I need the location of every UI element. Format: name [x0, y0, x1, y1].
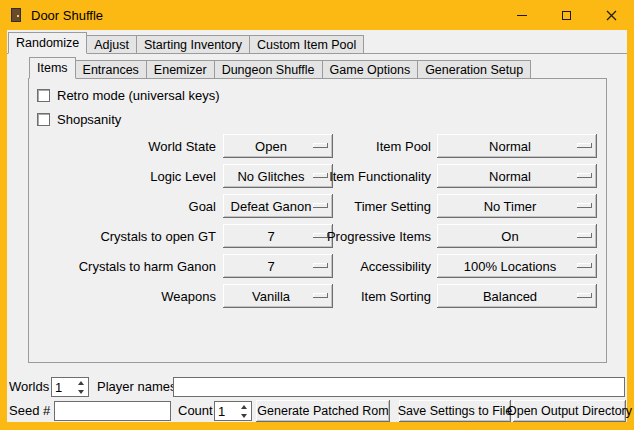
tab-items[interactable]: Items: [29, 57, 76, 79]
worlds-spin-up-button[interactable]: [75, 378, 87, 387]
maximize-icon: [562, 11, 571, 20]
worlds-input[interactable]: [52, 378, 75, 396]
randomize-tab-bar: Items Entrances Enemizer Dungeon Shuffle…: [29, 57, 530, 79]
tab-enemizer[interactable]: Enemizer: [146, 60, 215, 79]
client-area: Randomize Adjust Starting Inventory Cust…: [7, 30, 627, 422]
accessibility-row: Accessibility 100% Locations: [299, 254, 597, 278]
dropdown-value: Balanced: [483, 289, 537, 304]
app-icon: [8, 7, 24, 23]
dropdown-indicator-icon: [577, 233, 592, 238]
logic-level-label: Logic Level: [37, 169, 216, 184]
save-settings-button[interactable]: Save Settings to File: [399, 400, 511, 422]
dropdown-value: Vanilla: [252, 289, 290, 304]
shopsanity-row: Shopsanity: [37, 111, 121, 127]
crystals-gt-label: Crystals to open GT: [37, 229, 216, 244]
count-label: Count: [178, 401, 213, 421]
dropdown-value: No Timer: [484, 199, 537, 214]
seed-label: Seed #: [9, 401, 50, 421]
item-pool-label: Item Pool: [299, 139, 431, 154]
dropdown-value: Open: [255, 139, 287, 154]
crystals-gt-row: Crystals to open GT 7: [37, 224, 333, 248]
crystals-ganon-row: Crystals to harm Ganon 7: [37, 254, 333, 278]
retro-mode-checkbox[interactable]: [37, 89, 50, 102]
dropdown-value: On: [501, 229, 518, 244]
world-state-label: World State: [37, 139, 216, 154]
worlds-spin-down-button[interactable]: [75, 387, 87, 396]
shopsanity-label: Shopsanity: [57, 112, 121, 127]
goal-row: Goal Defeat Ganon: [37, 194, 333, 218]
window: Door Shuffle Randomize Adjust Starting I…: [0, 0, 634, 430]
world-state-row: World State Open: [37, 134, 333, 158]
tab-randomize[interactable]: Randomize: [8, 32, 87, 54]
tab-adjust[interactable]: Adjust: [86, 35, 137, 54]
close-button[interactable]: [589, 0, 634, 30]
count-spinbox: [214, 401, 252, 421]
dropdown-indicator-icon: [577, 173, 592, 178]
minimize-icon: [517, 15, 527, 16]
main-tab-bar: Randomize Adjust Starting Inventory Cust…: [8, 32, 363, 54]
dropdown-indicator-icon: [577, 263, 592, 268]
player-names-input[interactable]: [173, 377, 625, 397]
tab-custom-item-pool[interactable]: Custom Item Pool: [249, 35, 364, 54]
count-spin-up-button[interactable]: [238, 402, 250, 411]
dropdown-indicator-icon: [577, 293, 592, 298]
tab-dungeon-shuffle[interactable]: Dungeon Shuffle: [214, 60, 323, 79]
maximize-button[interactable]: [544, 0, 589, 30]
item-functionality-dropdown[interactable]: Normal: [437, 164, 597, 188]
logic-level-row: Logic Level No Glitches: [37, 164, 333, 188]
generate-patched-rom-button[interactable]: Generate Patched Rom: [256, 400, 390, 422]
window-title: Door Shuffle: [31, 8, 499, 23]
dropdown-value: No Glitches: [237, 169, 304, 184]
dropdown-value: Normal: [489, 169, 531, 184]
item-sorting-label: Item Sorting: [299, 289, 431, 304]
worlds-spinbox: [51, 377, 89, 397]
accessibility-label: Accessibility: [299, 259, 431, 274]
item-functionality-row: Item Functionality Normal: [299, 164, 597, 188]
worlds-label: Worlds: [9, 377, 49, 397]
minimize-button[interactable]: [499, 0, 544, 30]
item-sorting-row: Item Sorting Balanced: [299, 284, 597, 308]
item-pool-dropdown[interactable]: Normal: [437, 134, 597, 158]
player-names-label: Player names: [97, 377, 176, 397]
weapons-row: Weapons Vanilla: [37, 284, 333, 308]
items-tab-panel: Retro mode (universal keys) Shopsanity W…: [28, 78, 607, 363]
dropdown-value: 7: [267, 259, 274, 274]
item-sorting-dropdown[interactable]: Balanced: [437, 284, 597, 308]
dropdown-value: Normal: [489, 139, 531, 154]
door-icon: [11, 8, 21, 22]
up-arrow-icon: [241, 405, 247, 409]
close-icon: [606, 10, 617, 21]
open-output-directory-button[interactable]: Open Output Directory: [513, 400, 626, 422]
down-arrow-icon: [241, 414, 247, 418]
retro-mode-label: Retro mode (universal keys): [57, 88, 220, 103]
progressive-items-row: Progressive Items On: [299, 224, 597, 248]
progressive-items-label: Progressive Items: [299, 229, 431, 244]
timer-setting-dropdown[interactable]: No Timer: [437, 194, 597, 218]
dropdown-value: 100% Locations: [464, 259, 557, 274]
shopsanity-checkbox[interactable]: [37, 113, 50, 126]
item-functionality-label: Item Functionality: [299, 169, 431, 184]
tab-entrances[interactable]: Entrances: [75, 60, 147, 79]
titlebar: Door Shuffle: [0, 0, 634, 30]
up-arrow-icon: [78, 381, 84, 385]
down-arrow-icon: [78, 390, 84, 394]
item-pool-row: Item Pool Normal: [299, 134, 597, 158]
crystals-ganon-label: Crystals to harm Ganon: [37, 259, 216, 274]
caption-buttons: [499, 0, 634, 30]
count-spin-down-button[interactable]: [238, 411, 250, 420]
tab-generation-setup[interactable]: Generation Setup: [417, 60, 531, 79]
retro-mode-row: Retro mode (universal keys): [37, 87, 220, 103]
seed-input[interactable]: [54, 401, 171, 421]
count-input[interactable]: [215, 402, 238, 420]
tab-starting-inventory[interactable]: Starting Inventory: [136, 35, 250, 54]
weapons-label: Weapons: [37, 289, 216, 304]
goal-label: Goal: [37, 199, 216, 214]
dropdown-indicator-icon: [577, 143, 592, 148]
accessibility-dropdown[interactable]: 100% Locations: [437, 254, 597, 278]
dropdown-value: 7: [267, 229, 274, 244]
timer-setting-row: Timer Setting No Timer: [299, 194, 597, 218]
dropdown-indicator-icon: [577, 203, 592, 208]
tab-game-options[interactable]: Game Options: [322, 60, 419, 79]
timer-setting-label: Timer Setting: [299, 199, 431, 214]
progressive-items-dropdown[interactable]: On: [437, 224, 597, 248]
